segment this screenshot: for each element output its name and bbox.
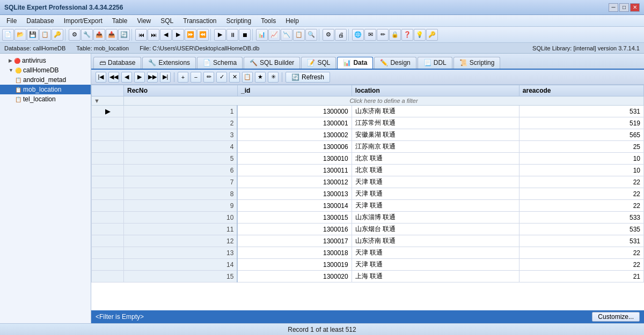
tb-btn5[interactable]: 🔑 — [52, 29, 63, 41]
menu-item-import/export[interactable]: Import/Export — [60, 16, 107, 26]
tb-btn9[interactable]: 📥 — [106, 29, 118, 41]
tb-btn7[interactable]: 🔧 — [81, 29, 93, 41]
table-row[interactable]: 51300010北京 联通10 — [92, 153, 644, 165]
nav-prev-page[interactable]: ◀◀ — [108, 72, 119, 83]
tab-ddl[interactable]: 📃DDL — [418, 57, 452, 69]
table-row[interactable]: 131300018天津 联通22 — [92, 247, 644, 259]
tb-btn12[interactable]: ⏭ — [148, 29, 159, 41]
tb-open[interactable]: 📂 — [14, 29, 26, 41]
cell-areacode: 531 — [519, 235, 643, 247]
tab-schema[interactable]: 📄Schema — [197, 57, 243, 69]
menu-item-table[interactable]: Table — [108, 16, 132, 26]
tb-save[interactable]: 💾 — [27, 29, 39, 41]
cell-areacode: 22 — [519, 200, 643, 212]
table-row[interactable]: 111300016山东烟台 联通535 — [92, 224, 644, 235]
table-row[interactable]: 151300020上海 联通21 — [92, 271, 644, 282]
tb-btn30[interactable]: 🔒 — [389, 29, 401, 41]
minimize-button[interactable]: ─ — [609, 3, 618, 12]
tab-database[interactable]: 🗃Database — [93, 57, 141, 69]
table-row[interactable]: 141300019天津 联通22 — [92, 259, 644, 271]
tb-btn29[interactable]: ✏ — [377, 29, 389, 41]
sidebar-item-antivirus[interactable]: ▶🔴antivirus — [0, 56, 91, 65]
table-row[interactable]: 31300002安徽巢湖 联通565 — [92, 129, 644, 141]
refresh-button[interactable]: 🔄 Refresh — [286, 72, 330, 83]
sidebar-item-android_metad[interactable]: 📋android_metad — [0, 75, 91, 85]
menu-item-tools[interactable]: Tools — [257, 16, 280, 26]
col-areacode[interactable]: areacode — [519, 85, 643, 96]
menu-item-transaction[interactable]: Transaction — [179, 16, 221, 26]
customize-button[interactable]: Customize... — [592, 312, 640, 322]
menu-item-help[interactable]: Help — [281, 16, 303, 26]
tb-btn26[interactable]: 🖨 — [335, 29, 347, 41]
tab-scripting[interactable]: 📜Scripting — [453, 57, 501, 69]
menu-item-view[interactable]: View — [133, 16, 155, 26]
datagrid[interactable]: RecNo _id location areacode ▼ Click here… — [91, 85, 644, 310]
table-row[interactable]: 101300015山东淄博 联通533 — [92, 212, 644, 224]
sidebar-item-callHomeDB[interactable]: ▼🟡callHomeDB — [0, 65, 91, 75]
tb-new[interactable]: 📄 — [2, 29, 14, 41]
table-row[interactable]: 41300006江苏南京 联通25 — [92, 141, 644, 153]
nav-star[interactable]: ★ — [255, 72, 266, 83]
tb-btn32[interactable]: 💡 — [414, 29, 426, 41]
nav-last[interactable]: ▶| — [160, 72, 171, 83]
nav-prev[interactable]: ◀ — [121, 72, 132, 83]
table-row[interactable]: 21300001江苏常州 联通519 — [92, 117, 644, 129]
nav-copy[interactable]: 📋 — [242, 72, 253, 83]
table-row[interactable]: 61300011北京 联通10 — [92, 165, 644, 176]
menu-item-database[interactable]: Database — [22, 16, 58, 26]
tb-btn31[interactable]: ❓ — [401, 29, 413, 41]
tb-btn33[interactable]: 🔑 — [426, 29, 438, 41]
table-row[interactable]: 121300017山东济南 联通531 — [92, 235, 644, 247]
nav-first[interactable]: |◀ — [96, 72, 106, 83]
tb-btn18[interactable]: ⏸ — [226, 29, 238, 41]
nav-add[interactable]: + — [178, 72, 188, 83]
table-row[interactable]: ▶11300000山东济南 联通531 — [92, 106, 644, 117]
tb-save2[interactable]: 📋 — [39, 29, 51, 41]
nav-delete[interactable]: − — [191, 72, 201, 83]
tb-btn6[interactable]: ⚙ — [69, 29, 80, 41]
table-row[interactable]: 71300012天津 联通22 — [92, 176, 644, 188]
table-row[interactable]: 81300013天津 联通22 — [92, 188, 644, 200]
tb-btn25[interactable]: ⚙ — [323, 29, 334, 41]
tb-btn24[interactable]: 🔍 — [305, 29, 317, 41]
tb-btn15[interactable]: ⏩ — [185, 29, 196, 41]
nav-confirm[interactable]: ✓ — [216, 72, 227, 83]
tb-btn20[interactable]: 📊 — [256, 29, 268, 41]
tb-btn17[interactable]: ▶ — [214, 29, 226, 41]
menu-item-scripting[interactable]: Scripting — [222, 16, 256, 26]
tb-btn8[interactable]: 📤 — [93, 29, 105, 41]
close-button[interactable]: ✕ — [630, 3, 640, 12]
toolbar: 📄 📂 💾 📋 🔑 ⚙ 🔧 📤 📥 🔄 ⏮ ⏭ ◀ ▶ ⏩ ⏪ ▶ ⏸ ⏹ 📊 … — [0, 27, 644, 43]
tab-sql-builder[interactable]: 🔨SQL Builder — [244, 57, 300, 69]
tb-btn21[interactable]: 📈 — [268, 29, 280, 41]
tb-btn10[interactable]: 🔄 — [118, 29, 130, 41]
menu-item-sql[interactable]: SQL — [156, 16, 178, 26]
maximize-button[interactable]: □ — [619, 3, 629, 12]
tb-btn19[interactable]: ⏹ — [239, 29, 251, 41]
tb-btn27[interactable]: 🌐 — [352, 29, 364, 41]
tab-sql[interactable]: 📝SQL — [301, 57, 336, 69]
nav-next[interactable]: ▶ — [134, 72, 145, 83]
sidebar-item-tel_location[interactable]: 📋tel_location — [0, 94, 91, 104]
tb-btn14[interactable]: ▶ — [172, 29, 184, 41]
tb-btn13[interactable]: ◀ — [160, 29, 172, 41]
tb-btn23[interactable]: 📋 — [293, 29, 305, 41]
filter-placeholder[interactable]: Click here to define a filter — [124, 96, 644, 106]
col-recno[interactable]: RecNo — [124, 85, 238, 96]
table-row[interactable]: 91300014天津 联通22 — [92, 200, 644, 212]
tb-btn11[interactable]: ⏮ — [135, 29, 147, 41]
col-location[interactable]: location — [352, 85, 519, 96]
tb-btn28[interactable]: ✉ — [364, 29, 376, 41]
nav-edit[interactable]: ✏ — [203, 72, 214, 83]
tb-btn16[interactable]: ⏪ — [197, 29, 209, 41]
col-id[interactable]: _id — [237, 85, 352, 96]
nav-asterisk[interactable]: ✳ — [268, 72, 279, 83]
tb-btn22[interactable]: 📉 — [281, 29, 292, 41]
nav-cancel[interactable]: ✕ — [229, 72, 240, 83]
tab-data[interactable]: 📊Data — [337, 57, 373, 69]
menu-item-file[interactable]: File — [2, 16, 21, 26]
tab-design[interactable]: ✏️Design — [374, 57, 416, 69]
sidebar-item-mob_location[interactable]: 📋mob_location — [0, 85, 91, 94]
nav-next-page[interactable]: ▶▶ — [147, 72, 158, 83]
tab-extensions[interactable]: 🔧Extensions — [142, 57, 196, 69]
